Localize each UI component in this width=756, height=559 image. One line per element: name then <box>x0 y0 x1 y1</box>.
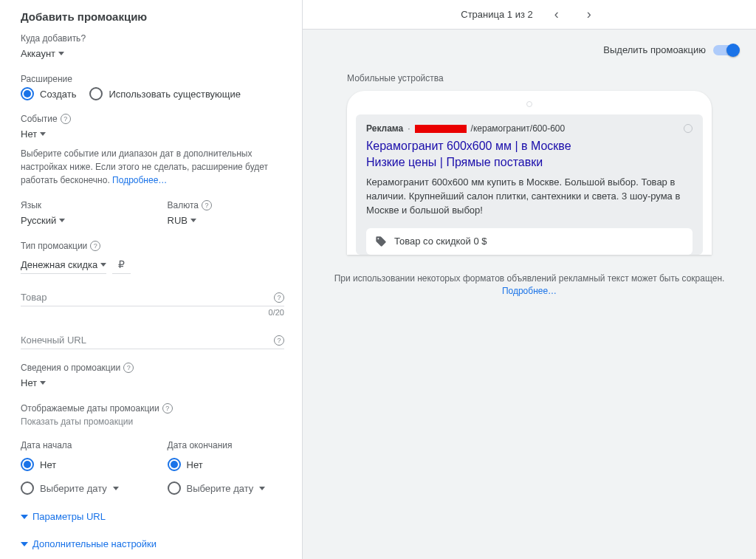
event-learn-more-link[interactable]: Подробнее… <box>112 175 167 185</box>
caret-down-icon <box>59 219 65 222</box>
ad-url-tail: /керамогранит/600-600 <box>471 123 566 134</box>
caret-down-icon <box>40 381 46 385</box>
expand-url-params[interactable]: Параметры URL <box>21 511 284 522</box>
radio-icon <box>168 458 181 471</box>
redacted-domain <box>415 125 467 133</box>
start-date-label: Дата начала <box>21 440 138 450</box>
expand-extra-settings[interactable]: Дополнительные настройки <box>21 538 284 549</box>
promo-text: Товар со скидкой 0 $ <box>394 236 487 247</box>
pager-next[interactable]: › <box>580 6 598 24</box>
start-pick-label: Выберите дату <box>40 483 107 494</box>
promo-info-value: Нет <box>21 377 37 388</box>
where-dropdown[interactable]: Аккаунт <box>21 47 64 61</box>
caret-down-icon[interactable] <box>259 487 265 490</box>
help-icon[interactable]: ? <box>274 292 284 303</box>
where-value: Аккаунт <box>21 48 55 59</box>
help-icon[interactable]: ? <box>202 200 212 210</box>
ad-badge: Реклама <box>366 123 403 134</box>
device-label: Мобильные устройства <box>347 73 712 83</box>
end-none-label: Нет <box>187 459 203 470</box>
ad-title-line2: Низкие цены | Прямые поставки <box>366 156 543 168</box>
ad-card: Реклама · /керамогранит/600-600 Керамогр… <box>356 114 703 255</box>
product-input[interactable]: Товар ? <box>21 287 284 306</box>
ad-url-row: Реклама · /керамогранит/600-600 <box>366 123 693 134</box>
radio-icon <box>21 458 34 471</box>
language-value: Русский <box>21 215 56 226</box>
dates-hint: Показать даты промоакции <box>21 416 284 427</box>
radio-icon <box>89 87 103 100</box>
promo-info-label: Сведения о промоакции <box>21 363 120 373</box>
final-url-input[interactable]: Конечный URL ? <box>21 330 284 349</box>
promo-type-dropdown[interactable]: Денежная скидка <box>21 258 106 274</box>
ad-info-icon[interactable] <box>684 124 693 133</box>
start-none-label: Нет <box>40 459 56 470</box>
pager-text: Страница 1 из 2 <box>461 9 532 20</box>
chevron-down-icon <box>21 515 28 519</box>
dates-label: Отображаемые даты промоакции <box>21 403 159 414</box>
final-url-placeholder: Конечный URL <box>21 335 86 346</box>
radio-create[interactable]: Создать <box>21 87 76 100</box>
currency-label: Валюта <box>168 200 199 210</box>
language-dropdown[interactable]: Русский <box>21 213 65 227</box>
chevron-down-icon <box>21 542 28 546</box>
toggle-knob-icon <box>726 44 740 57</box>
ad-headline[interactable]: Керамогранит 600х600 мм | в Москве Низки… <box>366 138 693 170</box>
radio-existing[interactable]: Использовать существующие <box>89 87 241 100</box>
end-pick-label: Выберите дату <box>187 483 254 494</box>
disclaimer: При использовании некоторых форматов объ… <box>303 262 756 301</box>
radio-icon <box>168 481 181 495</box>
caret-down-icon[interactable] <box>113 487 119 490</box>
form-panel: Добавить промоакцию Куда добавить? Аккау… <box>0 0 303 559</box>
expand-extra-label: Дополнительные настройки <box>32 538 157 549</box>
currency-dropdown[interactable]: RUB <box>168 213 196 227</box>
promo-strip[interactable]: Товар со скидкой 0 $ <box>366 228 693 255</box>
disclaimer-text: При использовании некоторых форматов объ… <box>334 273 725 284</box>
promo-type-label: Тип промоакции <box>21 241 87 251</box>
event-value: Нет <box>21 128 37 140</box>
pager-prev[interactable]: ‹ <box>548 6 566 24</box>
promo-info-dropdown[interactable]: Нет <box>21 376 46 390</box>
radio-create-label: Создать <box>40 89 76 100</box>
panel-title: Добавить промоакцию <box>21 10 284 23</box>
pager-bar: Страница 1 из 2 ‹ › <box>303 0 756 30</box>
help-icon[interactable]: ? <box>162 403 173 414</box>
help-icon[interactable]: ? <box>123 363 134 373</box>
preview-panel: Страница 1 из 2 ‹ › Выделить промоакцию … <box>303 0 756 559</box>
product-placeholder: Товар <box>21 292 47 303</box>
currency-symbol-field[interactable]: ₽ <box>112 254 131 274</box>
phone-frame: Реклама · /керамогранит/600-600 Керамогр… <box>347 91 712 255</box>
help-icon[interactable]: ? <box>274 335 284 346</box>
caret-down-icon <box>40 132 46 136</box>
tag-icon <box>375 236 387 247</box>
end-date-label: Дата окончания <box>168 440 285 450</box>
phone-camera-icon <box>526 101 532 107</box>
radio-icon <box>21 481 34 495</box>
end-date-none[interactable]: Нет <box>168 458 285 471</box>
ad-description: Керамогранит 600х600 мм купить в Москве.… <box>366 176 693 218</box>
product-char-count: 0/20 <box>21 308 284 317</box>
extension-label: Расширение <box>21 74 284 84</box>
highlight-toggle[interactable] <box>713 45 738 55</box>
ad-title-line1: Керамогранит 600х600 мм | в Москве <box>366 140 571 152</box>
caret-down-icon <box>100 263 106 267</box>
event-hint: Выберите событие или диапазон дат в допо… <box>21 147 284 187</box>
help-icon[interactable]: ? <box>90 241 100 251</box>
radio-icon <box>21 87 34 100</box>
start-date-pick[interactable]: Выберите дату <box>21 481 107 495</box>
event-label: Событие <box>21 114 58 124</box>
help-icon[interactable]: ? <box>61 114 71 124</box>
where-label: Куда добавить? <box>21 33 284 44</box>
disclaimer-link[interactable]: Подробнее… <box>502 286 557 296</box>
event-dropdown[interactable]: Нет <box>21 127 46 141</box>
end-date-pick[interactable]: Выберите дату <box>168 481 254 495</box>
caret-down-icon <box>190 219 196 222</box>
caret-down-icon <box>58 52 64 55</box>
currency-value: RUB <box>168 215 188 226</box>
expand-url-label: Параметры URL <box>32 511 106 522</box>
promo-type-value: Денежная скидка <box>21 259 97 270</box>
language-label: Язык <box>21 200 138 210</box>
start-date-none[interactable]: Нет <box>21 458 138 471</box>
radio-existing-label: Использовать существующие <box>109 89 241 100</box>
highlight-label: Выделить промоакцию <box>603 44 706 55</box>
